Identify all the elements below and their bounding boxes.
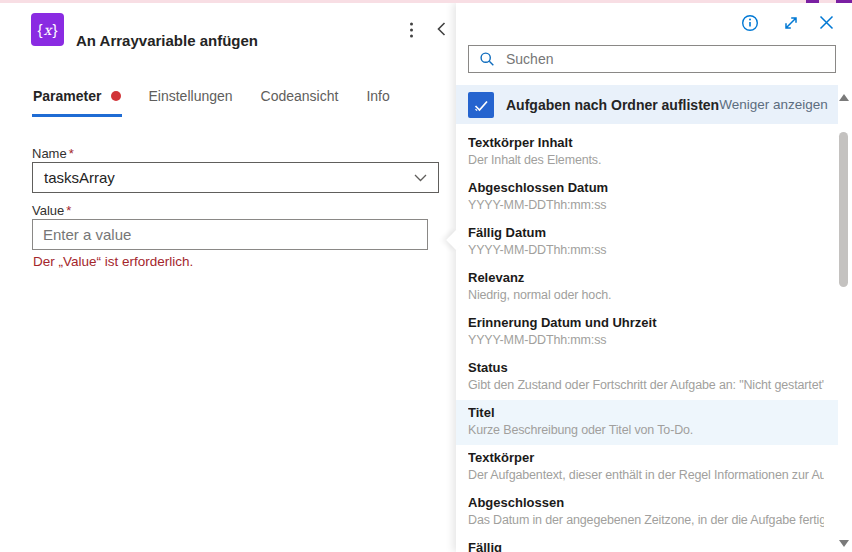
- item-title: Fällig: [468, 540, 824, 552]
- flyout-toolbar: [456, 9, 838, 37]
- dynamic-content-item[interactable]: Abgeschlossen Das Datum in der angegeben…: [456, 490, 838, 535]
- value-input[interactable]: [33, 220, 427, 249]
- tab-einstellungen[interactable]: Einstellungen: [148, 86, 234, 117]
- show-less-link[interactable]: Weniger anzeigen: [719, 97, 828, 112]
- collapse-panel-button[interactable]: [432, 18, 452, 40]
- tab-bar: Parameter Einstellungen Codeansicht Info: [32, 86, 391, 117]
- close-icon: [818, 14, 835, 31]
- scrollbar-up-arrow[interactable]: [839, 94, 849, 101]
- item-description: Der Aufgabentext, dieser enthält in der …: [468, 467, 824, 484]
- dynamic-content-item[interactable]: Abgeschlossen Datum YYYY-MM-DDThh:mm:ss: [456, 175, 838, 220]
- tab-label: Einstellungen: [149, 88, 233, 104]
- item-title: Abgeschlossen Datum: [468, 180, 824, 196]
- dynamic-content-item[interactable]: Relevanz Niedrig, normal oder hoch.: [456, 265, 838, 310]
- label-text: Name: [32, 146, 67, 161]
- item-description: Das Datum in der angegebenen Zeitzone, i…: [468, 512, 824, 529]
- item-description: Kurze Beschreibung oder Titel von To-Do.: [468, 422, 824, 439]
- kebab-menu-icon: [404, 20, 419, 40]
- expand-button[interactable]: [780, 12, 802, 34]
- item-title: Relevanz: [468, 270, 824, 286]
- value-error-message: Der „Value“ ist erforderlich.: [33, 254, 193, 269]
- dynamic-content-list: Textkörper Inhalt Der Inhalt des Element…: [456, 130, 838, 552]
- item-title: Textkörper: [468, 450, 824, 466]
- todo-connector-icon: [468, 92, 494, 118]
- group-title: Aufgaben nach Ordner auflisten: [506, 97, 719, 113]
- chevron-down-icon: [414, 174, 427, 182]
- value-field-label: Value*: [32, 203, 71, 218]
- item-title: Textkörper Inhalt: [468, 135, 824, 151]
- tab-label: Codeansicht: [261, 88, 339, 104]
- item-title: Fällig Datum: [468, 225, 824, 241]
- connector-group-header: Aufgaben nach Ordner auflisten Weniger a…: [456, 85, 838, 124]
- item-description: Gibt den Zustand oder Fortschritt der Au…: [468, 377, 824, 394]
- search-icon: [479, 51, 495, 67]
- screen: {x} An Arrayvariable anfügen Parameter E…: [0, 0, 852, 552]
- tab-label: Parameter: [33, 88, 102, 104]
- dynamic-content-item-selected[interactable]: Titel Kurze Beschreibung oder Titel von …: [456, 400, 838, 445]
- item-description: YYYY-MM-DDThh:mm:ss: [468, 332, 824, 349]
- dynamic-content-item[interactable]: Erinnerung Datum und Uhrzeit YYYY-MM-DDT…: [456, 310, 838, 355]
- expand-icon: [782, 14, 800, 32]
- dynamic-content-item[interactable]: Fällig: [456, 535, 838, 552]
- item-description: Niedrig, normal oder hoch.: [468, 287, 824, 304]
- variable-brace-x-icon: {x}: [31, 13, 64, 46]
- dynamic-content-item[interactable]: Textkörper Inhalt Der Inhalt des Element…: [456, 130, 838, 175]
- scrollbar-thumb[interactable]: [839, 132, 848, 287]
- search-input[interactable]: [504, 50, 835, 68]
- item-description: Der Inhalt des Elements.: [468, 152, 824, 169]
- item-description: YYYY-MM-DDThh:mm:ss: [468, 242, 824, 259]
- dynamic-content-flyout: Aufgaben nach Ordner auflisten Weniger a…: [456, 3, 852, 552]
- check-icon: [472, 96, 490, 114]
- dynamic-content-item[interactable]: Status Gibt den Zustand oder Fortschritt…: [456, 355, 838, 400]
- info-icon: [741, 14, 759, 32]
- tab-label: Info: [366, 88, 389, 104]
- selected-variable-name: tasksArray: [44, 169, 115, 186]
- tab-parameter[interactable]: Parameter: [32, 86, 122, 117]
- dynamic-content-item[interactable]: Fällig Datum YYYY-MM-DDThh:mm:ss: [456, 220, 838, 265]
- scrollbar-down-arrow[interactable]: [839, 540, 849, 547]
- top-chrome-strip: [0, 0, 852, 3]
- item-title: Status: [468, 360, 824, 376]
- required-asterisk: *: [69, 146, 74, 161]
- label-text: Value: [32, 203, 64, 218]
- item-title: Erinnerung Datum und Uhrzeit: [468, 315, 824, 331]
- close-button[interactable]: [816, 12, 837, 33]
- action-title: An Arrayvariable anfügen: [76, 32, 258, 49]
- tab-info[interactable]: Info: [365, 86, 390, 117]
- item-title: Titel: [468, 405, 824, 421]
- item-description: YYYY-MM-DDThh:mm:ss: [468, 197, 824, 214]
- name-field-label: Name*: [32, 146, 74, 161]
- top-chrome-accent: [836, 0, 852, 3]
- dynamic-content-item[interactable]: Textkörper Der Aufgabentext, dieser enth…: [456, 445, 838, 490]
- more-menu-button[interactable]: [402, 18, 421, 42]
- search-box: [468, 45, 836, 73]
- chevron-left-icon: [434, 20, 450, 38]
- validation-error-dot: [111, 91, 121, 101]
- value-input-wrapper: [32, 219, 428, 250]
- info-button[interactable]: [739, 12, 761, 34]
- item-title: Abgeschlossen: [468, 495, 824, 511]
- tab-codeansicht[interactable]: Codeansicht: [260, 86, 340, 117]
- top-chrome-accent: [806, 0, 819, 3]
- action-card: {x} An Arrayvariable anfügen Parameter E…: [0, 3, 456, 552]
- required-asterisk: *: [66, 203, 71, 218]
- name-variable-select[interactable]: tasksArray: [32, 162, 439, 193]
